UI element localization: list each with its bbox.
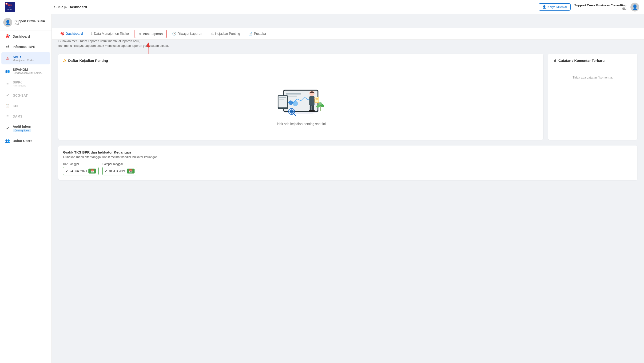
warning-icon: ⚠	[5, 56, 10, 61]
svg-rect-19	[280, 99, 284, 100]
breadcrumb-root: SIMR	[54, 5, 63, 9]
sidebar-item-audit-intern[interactable]: ✔ Audit Intern Coming Soon	[2, 122, 50, 135]
grafik-subtitle: Gunakan menu filter tanggal untuk meliha…	[63, 155, 633, 159]
karya-milenial-button[interactable]: 👤 Karya Milenial	[539, 3, 570, 10]
page-subtitle-line2: dan menu Riwayat Laporan untuk menelusur…	[58, 44, 169, 47]
sampai-tanggal-label: Sampai Tanggal	[102, 162, 137, 166]
dari-tanggal-label: Dari Tanggal	[63, 162, 98, 166]
tab-pustaka[interactable]: 📄 Pustaka	[245, 28, 270, 39]
svg-rect-20	[280, 101, 285, 101]
nav-tabs: 🎯 Dashboard ℹ Data Manajemen Risiko 🖨 Bu…	[52, 28, 644, 40]
sampai-tanggal-group: Sampai Tanggal ✓ 01 Juli 2021 📅	[102, 162, 137, 175]
catatan-title-label: Catatan / Komentar Terbaru	[558, 58, 604, 62]
dari-checkmark: ✓	[66, 169, 68, 173]
grafik-title: Grafik TKS BPR dan Indikator Keuangan	[63, 150, 633, 154]
sidebar-item-gcg-sat-label: GCG-SAT	[13, 94, 28, 97]
karya-milenial-label: Karya Milenial	[548, 5, 567, 9]
tab-buat-laporan[interactable]: 🖨 Buat Laporan	[134, 30, 166, 38]
page-subtitle-line1: Gunakan menu Kirim Laporan untuk membuat…	[58, 39, 140, 43]
sidebar: 👤 Support Creva Busin... GM 🎯 Dashboard …	[0, 14, 52, 363]
svg-text:GO: GO	[9, 7, 11, 8]
sidebar-user-info: Support Creva Busin... GM	[14, 19, 48, 26]
header: BPR GO DIGITAL SIMR ▶ Dashboard 👤 Karya …	[0, 0, 644, 14]
people-icon: 👥	[5, 69, 10, 73]
svg-point-14	[288, 100, 293, 105]
sidebar-item-dams-label: DAMS	[13, 114, 22, 118]
main-content: 🎯 Dashboard ℹ Data Manajemen Risiko 🖨 Bu…	[52, 14, 644, 363]
list-icon: ≡	[5, 82, 10, 86]
audit-icon: ✔	[5, 126, 10, 131]
sampai-tanggal-value: 01 Juli 2021	[109, 169, 125, 173]
page-content: Sistem Infomasi Manajemen Risiko Gunakan…	[52, 26, 644, 186]
svg-rect-18	[280, 97, 286, 98]
tab-riwayat-laporan[interactable]: 🕐 Riwayat Laporan	[168, 28, 206, 39]
sidebar-item-sipro: ≡ SIPRo Profil Risiko	[2, 78, 50, 90]
sidebar-item-daftar-users[interactable]: 👥 Daftar Users	[2, 136, 50, 146]
catatan-empty-text: Tidak ada catatan / komentar.	[553, 66, 633, 89]
catatan-section-title: 🖥 Catatan / Komentar Terbaru	[553, 58, 633, 62]
user-company: Support Creva Business Consulting	[574, 3, 626, 7]
sidebar-user-profile: 👤 Support Creva Busin... GM	[0, 14, 52, 31]
comment-icon: 🖥	[553, 58, 556, 62]
tab-riwayat-icon: 🕐	[172, 32, 176, 35]
sidebar-item-sipakom[interactable]: 👥 SIPAKOM Pengawasan Aktif Komis...	[2, 65, 50, 77]
tab-dashboard[interactable]: 🎯 Dashboard	[56, 28, 86, 39]
dari-calendar-button[interactable]: 📅	[88, 169, 96, 174]
empty-illustration	[275, 76, 327, 118]
sampai-tanggal-input[interactable]: ✓ 01 Juli 2021 📅	[102, 167, 137, 175]
clipboard-icon: 📋	[5, 104, 10, 108]
sidebar-avatar: 👤	[3, 18, 12, 27]
logo: BPR GO DIGITAL	[5, 2, 52, 12]
svg-text:DIGITAL: DIGITAL	[8, 9, 12, 10]
svg-point-38	[318, 102, 322, 105]
kejadian-empty-state: Tidak ada kejadian penting saat ini.	[63, 66, 539, 135]
tab-data-icon: ℹ	[91, 32, 92, 35]
sidebar-item-dashboard[interactable]: 🎯 Dashboard	[2, 31, 50, 41]
bank-icon: 🏛	[5, 45, 10, 49]
svg-point-15	[292, 101, 298, 106]
kejadian-empty-text: Tidak ada kejadian penting saat ini.	[275, 122, 327, 126]
tab-kejadian-icon: ⚠	[211, 32, 214, 35]
sampai-calendar-button[interactable]: 📅	[127, 169, 134, 174]
breadcrumb-current: Dashboard	[69, 5, 87, 9]
svg-rect-11	[286, 93, 301, 94]
catatan-card: 🖥 Catatan / Komentar Terbaru Tidak ada c…	[548, 54, 638, 140]
kejadian-title-label: Daftar Kejadian Penting	[68, 58, 108, 62]
sidebar-item-sipro-subtitle: Profil Risiko	[13, 84, 26, 87]
sidebar-item-daftar-users-label: Daftar Users	[13, 139, 32, 143]
dashboard-icon: 🎯	[5, 34, 10, 38]
sidebar-item-simr-label: SIMR	[13, 55, 34, 59]
bpr-logo-icon: BPR GO DIGITAL	[5, 2, 15, 12]
tab-dashboard-label: Dashboard	[66, 32, 83, 35]
tab-pustaka-icon: 📄	[248, 32, 252, 35]
grafik-section: Grafik TKS BPR dan Indikator Keuangan Gu…	[58, 146, 638, 180]
header-user-info: Support Creva Business Consulting GM	[574, 3, 626, 10]
tab-data-label: Data Manajemen Risiko	[94, 32, 129, 35]
tab-buat-icon: 🖨	[138, 32, 142, 36]
tab-pustaka-label: Pustaka	[254, 32, 266, 35]
breadcrumb: SIMR ▶ Dashboard	[52, 5, 539, 9]
sidebar-item-kpi-label: KPI	[13, 104, 18, 108]
tab-buat-label: Buat Laporan	[143, 32, 163, 36]
page-subtitle: Gunakan menu Kirim Laporan untuk membuat…	[58, 39, 638, 48]
kejadian-card: ⚠ Daftar Kejadian Penting	[58, 54, 543, 140]
dari-tanggal-input[interactable]: ✓ 24 Juni 2021 📅	[63, 167, 98, 175]
check-square-icon: ✔	[5, 93, 10, 98]
svg-line-30	[314, 98, 316, 98]
sidebar-item-sipakom-subtitle: Pengawasan Aktif Komis...	[13, 71, 43, 74]
header-right: 👤 Karya Milenial Support Creva Business …	[539, 2, 639, 11]
sidebar-item-informasi-bpr[interactable]: 🏛 Informasi BPR	[2, 42, 50, 52]
sidebar-item-simr-subtitle: Manajemen Risiko	[13, 59, 34, 62]
svg-text:BPR: BPR	[8, 4, 12, 6]
sidebar-item-kpi: 📋 KPI	[2, 101, 50, 111]
tab-kejadian-penting[interactable]: ⚠ Kejadian Penting	[207, 28, 244, 39]
sidebar-item-informasi-bpr-label: Informasi BPR	[13, 45, 35, 49]
sidebar-item-simr[interactable]: ⚠ SIMR Manajemen Risiko	[2, 52, 50, 64]
tab-data-manajemen-risiko[interactable]: ℹ Data Manajemen Risiko	[88, 28, 133, 39]
svg-rect-25	[309, 96, 314, 106]
tab-dashboard-icon: 🎯	[60, 32, 64, 35]
sidebar-item-dashboard-label: Dashboard	[13, 34, 30, 38]
breadcrumb-separator: ▶	[64, 5, 67, 9]
sidebar-item-gcg-sat: ✔ GCG-SAT	[2, 90, 50, 100]
dari-tanggal-group: Dari Tanggal ✓ 24 Juni 2021 📅	[63, 162, 98, 175]
